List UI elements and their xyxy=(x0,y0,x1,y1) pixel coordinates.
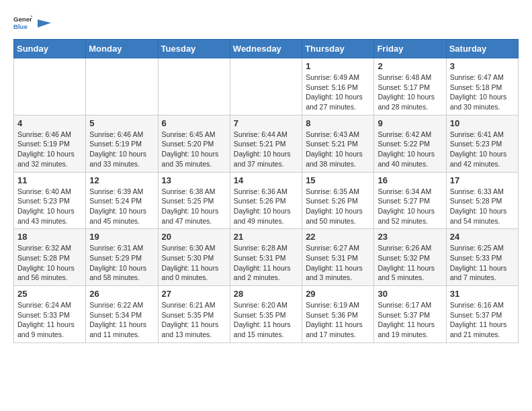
calendar-cell: 8Sunrise: 6:43 AM Sunset: 5:21 PM Daylig… xyxy=(302,115,374,172)
svg-text:General: General xyxy=(13,15,32,23)
day-info: Sunrise: 6:40 AM Sunset: 5:23 PM Dayligh… xyxy=(17,187,82,226)
day-number: 21 xyxy=(234,232,298,242)
day-info: Sunrise: 6:39 AM Sunset: 5:24 PM Dayligh… xyxy=(89,187,154,226)
day-info: Sunrise: 6:41 AM Sunset: 5:23 PM Dayligh… xyxy=(450,130,515,169)
day-info: Sunrise: 6:26 AM Sunset: 5:32 PM Dayligh… xyxy=(378,243,442,283)
day-number: 7 xyxy=(234,118,298,128)
calendar-cell: 18Sunrise: 6:32 AM Sunset: 5:28 PM Dayli… xyxy=(14,229,86,286)
day-number: 12 xyxy=(89,175,154,185)
calendar-cell: 15Sunrise: 6:35 AM Sunset: 5:26 PM Dayli… xyxy=(302,172,374,229)
calendar-header-row: SundayMondayTuesdayWednesdayThursdayFrid… xyxy=(14,40,519,58)
calendar-week-1: 1Sunrise: 6:49 AM Sunset: 5:16 PM Daylig… xyxy=(14,58,519,116)
calendar-cell: 5Sunrise: 6:46 AM Sunset: 5:19 PM Daylig… xyxy=(86,115,158,172)
calendar-cell xyxy=(86,58,158,116)
day-info: Sunrise: 6:43 AM Sunset: 5:21 PM Dayligh… xyxy=(306,130,370,169)
day-number: 2 xyxy=(378,61,442,71)
day-number: 30 xyxy=(378,289,442,299)
calendar-week-5: 25Sunrise: 6:24 AM Sunset: 5:33 PM Dayli… xyxy=(14,286,519,343)
day-number: 26 xyxy=(89,289,154,299)
calendar-cell: 12Sunrise: 6:39 AM Sunset: 5:24 PM Dayli… xyxy=(86,172,158,229)
day-number: 4 xyxy=(17,118,82,128)
day-info: Sunrise: 6:28 AM Sunset: 5:31 PM Dayligh… xyxy=(234,243,298,283)
day-number: 17 xyxy=(450,175,515,185)
calendar-cell: 26Sunrise: 6:22 AM Sunset: 5:34 PM Dayli… xyxy=(86,286,158,343)
calendar-cell: 16Sunrise: 6:34 AM Sunset: 5:27 PM Dayli… xyxy=(374,172,446,229)
day-number: 8 xyxy=(306,118,370,128)
day-info: Sunrise: 6:45 AM Sunset: 5:20 PM Dayligh… xyxy=(162,130,226,169)
day-number: 25 xyxy=(17,289,82,299)
day-info: Sunrise: 6:21 AM Sunset: 5:35 PM Dayligh… xyxy=(162,300,226,340)
calendar-cell: 23Sunrise: 6:26 AM Sunset: 5:32 PM Dayli… xyxy=(374,229,446,286)
day-number: 9 xyxy=(378,118,442,128)
calendar-cell: 6Sunrise: 6:45 AM Sunset: 5:20 PM Daylig… xyxy=(158,115,230,172)
day-number: 18 xyxy=(17,232,82,242)
day-number: 5 xyxy=(89,118,154,128)
calendar-cell: 3Sunrise: 6:47 AM Sunset: 5:18 PM Daylig… xyxy=(446,58,518,116)
day-number: 10 xyxy=(450,118,515,128)
calendar-cell: 7Sunrise: 6:44 AM Sunset: 5:21 PM Daylig… xyxy=(230,115,302,172)
day-info: Sunrise: 6:25 AM Sunset: 5:33 PM Dayligh… xyxy=(450,243,515,283)
day-number: 11 xyxy=(17,175,82,185)
calendar-cell: 27Sunrise: 6:21 AM Sunset: 5:35 PM Dayli… xyxy=(158,286,230,343)
day-info: Sunrise: 6:17 AM Sunset: 5:37 PM Dayligh… xyxy=(378,300,442,340)
day-info: Sunrise: 6:19 AM Sunset: 5:36 PM Dayligh… xyxy=(306,300,370,340)
calendar-cell: 11Sunrise: 6:40 AM Sunset: 5:23 PM Dayli… xyxy=(14,172,86,229)
calendar-cell: 14Sunrise: 6:36 AM Sunset: 5:26 PM Dayli… xyxy=(230,172,302,229)
header: General Blue xyxy=(13,13,519,32)
calendar-cell: 30Sunrise: 6:17 AM Sunset: 5:37 PM Dayli… xyxy=(374,286,446,343)
day-number: 13 xyxy=(162,175,226,185)
calendar-cell: 2Sunrise: 6:48 AM Sunset: 5:17 PM Daylig… xyxy=(374,58,446,116)
day-number: 31 xyxy=(450,289,515,299)
day-info: Sunrise: 6:32 AM Sunset: 5:28 PM Dayligh… xyxy=(17,243,82,283)
day-info: Sunrise: 6:35 AM Sunset: 5:26 PM Dayligh… xyxy=(306,187,370,226)
day-info: Sunrise: 6:24 AM Sunset: 5:33 PM Dayligh… xyxy=(17,300,82,340)
day-number: 14 xyxy=(234,175,298,185)
header-wednesday: Wednesday xyxy=(230,40,302,58)
calendar-cell: 9Sunrise: 6:42 AM Sunset: 5:22 PM Daylig… xyxy=(374,115,446,172)
day-number: 1 xyxy=(306,61,370,71)
day-info: Sunrise: 6:30 AM Sunset: 5:30 PM Dayligh… xyxy=(162,243,226,283)
svg-marker-3 xyxy=(38,19,51,28)
calendar-cell: 20Sunrise: 6:30 AM Sunset: 5:30 PM Dayli… xyxy=(158,229,230,286)
day-number: 6 xyxy=(162,118,226,128)
logo-icon: General Blue xyxy=(13,13,32,32)
calendar-week-2: 4Sunrise: 6:46 AM Sunset: 5:19 PM Daylig… xyxy=(14,115,519,172)
header-monday: Monday xyxy=(86,40,158,58)
logo: General Blue xyxy=(13,13,51,32)
day-number: 3 xyxy=(450,61,515,71)
calendar-cell: 1Sunrise: 6:49 AM Sunset: 5:16 PM Daylig… xyxy=(302,58,374,116)
header-friday: Friday xyxy=(374,40,446,58)
calendar-cell: 28Sunrise: 6:20 AM Sunset: 5:35 PM Dayli… xyxy=(230,286,302,343)
day-number: 15 xyxy=(306,175,370,185)
day-info: Sunrise: 6:42 AM Sunset: 5:22 PM Dayligh… xyxy=(378,130,442,169)
day-info: Sunrise: 6:27 AM Sunset: 5:31 PM Dayligh… xyxy=(306,243,370,283)
calendar-cell: 10Sunrise: 6:41 AM Sunset: 5:23 PM Dayli… xyxy=(446,115,518,172)
day-number: 23 xyxy=(378,232,442,242)
header-tuesday: Tuesday xyxy=(158,40,230,58)
day-info: Sunrise: 6:31 AM Sunset: 5:29 PM Dayligh… xyxy=(89,243,154,283)
calendar-cell: 4Sunrise: 6:46 AM Sunset: 5:19 PM Daylig… xyxy=(14,115,86,172)
day-info: Sunrise: 6:38 AM Sunset: 5:25 PM Dayligh… xyxy=(162,187,226,226)
day-info: Sunrise: 6:46 AM Sunset: 5:19 PM Dayligh… xyxy=(89,130,154,169)
calendar-cell: 21Sunrise: 6:28 AM Sunset: 5:31 PM Dayli… xyxy=(230,229,302,286)
day-info: Sunrise: 6:20 AM Sunset: 5:35 PM Dayligh… xyxy=(234,300,298,340)
day-number: 22 xyxy=(306,232,370,242)
calendar-cell xyxy=(14,58,86,116)
day-info: Sunrise: 6:22 AM Sunset: 5:34 PM Dayligh… xyxy=(89,300,154,340)
day-info: Sunrise: 6:33 AM Sunset: 5:28 PM Dayligh… xyxy=(450,187,515,226)
day-info: Sunrise: 6:44 AM Sunset: 5:21 PM Dayligh… xyxy=(234,130,298,169)
day-number: 24 xyxy=(450,232,515,242)
header-thursday: Thursday xyxy=(302,40,374,58)
calendar-table: SundayMondayTuesdayWednesdayThursdayFrid… xyxy=(13,39,519,343)
header-sunday: Sunday xyxy=(14,40,86,58)
calendar-week-4: 18Sunrise: 6:32 AM Sunset: 5:28 PM Dayli… xyxy=(14,229,519,286)
calendar-cell xyxy=(158,58,230,116)
calendar-week-3: 11Sunrise: 6:40 AM Sunset: 5:23 PM Dayli… xyxy=(14,172,519,229)
day-number: 28 xyxy=(234,289,298,299)
day-info: Sunrise: 6:47 AM Sunset: 5:18 PM Dayligh… xyxy=(450,73,515,112)
day-number: 29 xyxy=(306,289,370,299)
svg-text:Blue: Blue xyxy=(13,23,28,30)
day-number: 20 xyxy=(162,232,226,242)
day-info: Sunrise: 6:46 AM Sunset: 5:19 PM Dayligh… xyxy=(17,130,82,169)
calendar-cell: 17Sunrise: 6:33 AM Sunset: 5:28 PM Dayli… xyxy=(446,172,518,229)
